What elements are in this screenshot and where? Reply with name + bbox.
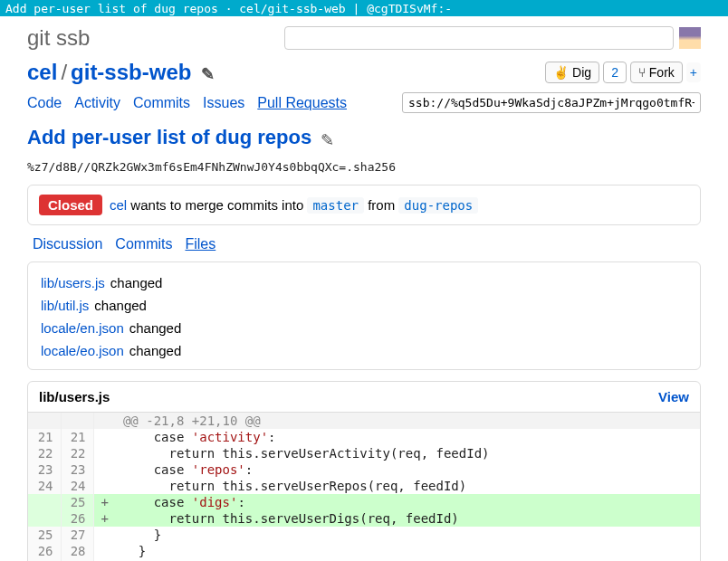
changed-file-state: changed xyxy=(110,275,163,290)
diff-line: 2121 case 'activity': xyxy=(28,429,700,445)
changed-file-link[interactable]: lib/util.js xyxy=(41,298,89,313)
diff-line: 2628 } xyxy=(28,543,700,559)
sub-tabs: DiscussionCommitsFiles xyxy=(33,236,701,252)
diff-table: @@ -21,8 +21,10 @@2121 case 'activity':2… xyxy=(28,413,700,561)
owner-link[interactable]: cel xyxy=(27,60,57,84)
dig-button[interactable]: ✌ Dig xyxy=(545,62,599,83)
repo-actions: ✌ Dig 2 ⑂ Fork + xyxy=(541,62,701,83)
tab-issues[interactable]: Issues xyxy=(203,95,244,111)
hunk-header: @@ -21,8 +21,10 @@ xyxy=(28,413,700,429)
diff-line: 2527 } xyxy=(28,527,700,543)
peace-icon: ✌ xyxy=(553,65,569,80)
pr-title: Add per-user list of dug repos xyxy=(27,126,311,149)
diff-line: 2222 return this.serveUserActivity(req, … xyxy=(28,445,700,461)
main-tabs: CodeActivityCommitsIssuesPull Requests xyxy=(27,95,347,111)
view-file-link[interactable]: View xyxy=(658,389,689,404)
changed-file-row: lib/users.jschanged xyxy=(41,275,687,290)
changed-file-link[interactable]: locale/en.json xyxy=(41,320,124,336)
diff-line: 25+ case 'digs': xyxy=(28,494,700,510)
brand: git ssb xyxy=(27,25,90,51)
pr-author-link[interactable]: cel xyxy=(110,197,127,213)
diff-line: 2323 case 'repos': xyxy=(28,461,700,478)
search-icon xyxy=(284,26,674,50)
changed-file-row: locale/eo.jsonchanged xyxy=(41,343,687,358)
diff-line: 26+ return this.serveUserDigs(req, feedI… xyxy=(28,510,700,527)
changed-file-state: changed xyxy=(129,320,182,336)
changed-files-panel: lib/users.jschangedlib/util.jschangedloc… xyxy=(27,261,701,370)
source-branch[interactable]: dug-repos xyxy=(398,197,478,214)
tab-code[interactable]: Code xyxy=(27,95,62,111)
changed-file-link[interactable]: locale/eo.json xyxy=(41,343,124,358)
changed-file-state: changed xyxy=(94,298,147,313)
dig-count: 2 xyxy=(603,62,627,83)
tab-commits[interactable]: Commits xyxy=(133,95,190,111)
changed-file-row: lib/util.jschanged xyxy=(41,298,687,313)
diff-filename: lib/users.js xyxy=(39,389,110,404)
tab-activity[interactable]: Activity xyxy=(74,95,120,111)
search-input[interactable] xyxy=(284,26,674,50)
window-titlebar: Add per-user list of dug repos · cel/git… xyxy=(0,0,728,16)
target-branch[interactable]: master xyxy=(307,197,364,214)
fork-icon: ⑂ xyxy=(638,65,646,80)
subtab-files[interactable]: Files xyxy=(185,236,216,252)
diff-panel: lib/users.js View @@ -21,8 +21,10 @@2121… xyxy=(27,381,701,561)
pr-hash: %z7/d8B//QRZk2GWx3mf6sEm4FNhZWnwJ0Y4s0bb… xyxy=(27,160,701,174)
changed-file-state: changed xyxy=(129,343,182,358)
status-badge: Closed xyxy=(39,195,102,215)
fork-button[interactable]: ⑂ Fork xyxy=(630,62,683,83)
changed-file-link[interactable]: lib/users.js xyxy=(41,275,105,290)
tab-pull-requests[interactable]: Pull Requests xyxy=(257,95,347,111)
ssb-url-input[interactable] xyxy=(402,92,701,113)
subtab-commits[interactable]: Commits xyxy=(115,236,172,252)
add-button[interactable]: + xyxy=(686,62,701,82)
diff-line: 2424 return this.serveUserRepos(req, fee… xyxy=(28,478,700,494)
changed-file-row: locale/en.jsonchanged xyxy=(41,320,687,336)
pr-status: Closed cel wants to merge commits into m… xyxy=(27,185,701,225)
repo-link[interactable]: git-ssb-web xyxy=(71,60,191,84)
avatar[interactable] xyxy=(679,27,701,49)
repo-title: cel/git-ssb-web ✎ xyxy=(27,60,215,85)
edit-title-icon[interactable]: ✎ xyxy=(321,130,334,150)
subtab-discussion[interactable]: Discussion xyxy=(33,236,102,252)
edit-icon[interactable]: ✎ xyxy=(201,65,215,83)
